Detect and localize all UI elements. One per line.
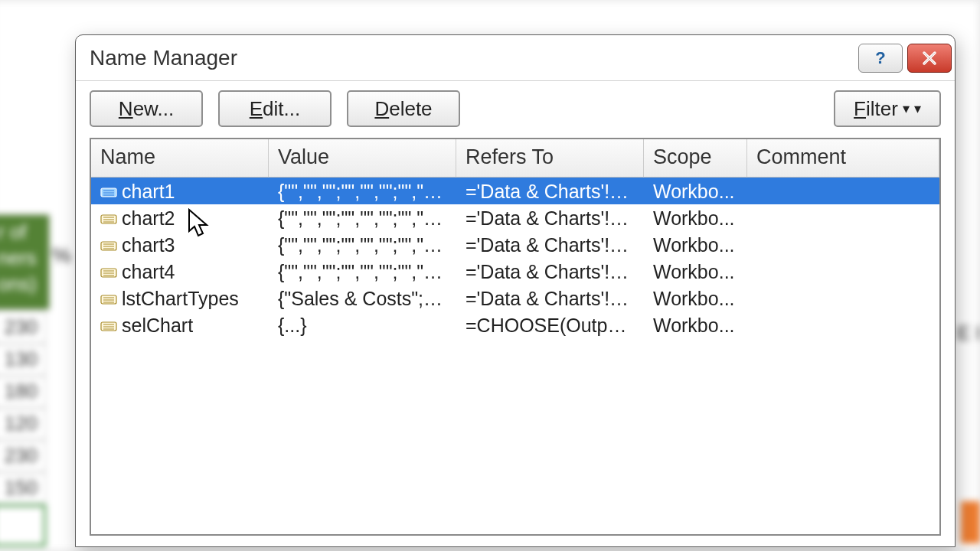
- row-comment: [747, 271, 939, 272]
- row-scope: Workbo...: [644, 233, 747, 256]
- row-value: {"","","";"","","";"","",""...: [269, 206, 456, 230]
- row-value: {"","","";"","","";"","",""...: [269, 259, 456, 283]
- row-name: chart3: [122, 234, 175, 256]
- column-header-scope[interactable]: Scope: [644, 139, 747, 178]
- row-scope: Workbo...: [644, 313, 747, 337]
- filter-button[interactable]: Filter▾▾: [834, 90, 941, 127]
- table-row[interactable]: chart1{"","","";"","","";"","",""...='Da…: [91, 178, 939, 204]
- column-header-name[interactable]: Name: [91, 139, 269, 178]
- close-button[interactable]: [907, 44, 952, 73]
- row-refersto: =CHOOSE(Output!...: [456, 313, 644, 337]
- bg-right-fragment: E I: [957, 321, 980, 352]
- row-comment: [747, 217, 939, 219]
- row-value: {"","","";"","","";"","",""...: [269, 179, 456, 203]
- row-refersto: ='Data & Charts'!$...: [456, 286, 644, 310]
- defined-name-icon: [100, 293, 117, 305]
- column-header-value[interactable]: Value: [269, 139, 456, 178]
- bg-header-green: r of ners ons): [0, 214, 50, 310]
- close-icon: [921, 50, 938, 67]
- row-name: chart4: [122, 261, 175, 283]
- row-value: {"","","";"","","";"","",""...: [269, 233, 456, 256]
- defined-name-icon: [100, 213, 117, 225]
- row-name: lstChartTypes: [122, 288, 239, 310]
- column-headers[interactable]: Name Value Refers To Scope Comment: [91, 139, 939, 178]
- column-header-comment[interactable]: Comment: [747, 139, 939, 178]
- table-row[interactable]: lstChartTypes{"Sales & Costs";"Pr...='Da…: [91, 285, 939, 311]
- table-row[interactable]: selChart{...}=CHOOSE(Output!...Workbo...: [91, 311, 939, 338]
- defined-name-icon: [100, 266, 117, 279]
- row-name: selChart: [122, 315, 193, 337]
- dialog-titlebar: Name Manager ?: [76, 35, 955, 81]
- defined-name-icon: [100, 320, 117, 332]
- row-scope: Workbo...: [644, 286, 747, 310]
- row-comment: [747, 244, 939, 246]
- row-scope: Workbo...: [644, 206, 747, 230]
- dialog-toolbar: New... Edit... Delete Filter▾▾: [76, 81, 955, 136]
- row-name: chart2: [122, 207, 175, 230]
- delete-button[interactable]: Delete: [347, 90, 460, 127]
- chevron-down-icon: ▾: [903, 100, 910, 117]
- row-refersto: ='Data & Charts'!$...: [456, 179, 644, 203]
- defined-name-icon: [100, 240, 117, 252]
- bg-orange-shape: [961, 501, 980, 543]
- table-row[interactable]: chart3{"","","";"","","";"","",""...='Da…: [91, 231, 939, 258]
- new-button[interactable]: New...: [90, 90, 203, 127]
- row-scope: Workbo...: [644, 259, 747, 283]
- row-refersto: ='Data & Charts'!$...: [456, 206, 644, 230]
- name-manager-dialog: Name Manager ? New... Edit... Delete Fil…: [75, 34, 956, 547]
- row-refersto: ='Data & Charts'!$...: [456, 233, 644, 256]
- row-comment: [747, 324, 939, 326]
- bg-cell: 150: [0, 472, 46, 504]
- row-value: {...}: [269, 313, 456, 337]
- names-listbox[interactable]: Name Value Refers To Scope Comment chart…: [90, 138, 941, 536]
- row-comment: [747, 191, 939, 192]
- bg-cell: 230: [0, 440, 46, 472]
- row-refersto: ='Data & Charts'!$...: [456, 259, 644, 283]
- row-scope: Workbo...: [644, 179, 747, 203]
- help-icon: ?: [875, 48, 885, 68]
- row-comment: [747, 298, 939, 299]
- table-row[interactable]: chart2{"","","";"","","";"","",""...='Da…: [91, 204, 939, 231]
- row-value: {"Sales & Costs";"Pr...: [269, 286, 456, 310]
- chevron-down-icon: ▾: [914, 100, 921, 117]
- bg-cell: 180: [0, 376, 46, 408]
- help-button[interactable]: ?: [858, 44, 903, 73]
- row-name: chart1: [122, 181, 175, 203]
- bg-cell: 130: [0, 344, 46, 376]
- table-row[interactable]: chart4{"","","";"","","";"","",""...='Da…: [91, 258, 939, 285]
- bg-cell: 230: [0, 311, 46, 344]
- defined-name-icon: [100, 186, 117, 198]
- bg-cell: 120: [0, 408, 46, 440]
- column-header-refersto[interactable]: Refers To: [456, 139, 644, 178]
- dialog-title: Name Manager: [90, 46, 854, 70]
- edit-button[interactable]: Edit...: [218, 90, 332, 127]
